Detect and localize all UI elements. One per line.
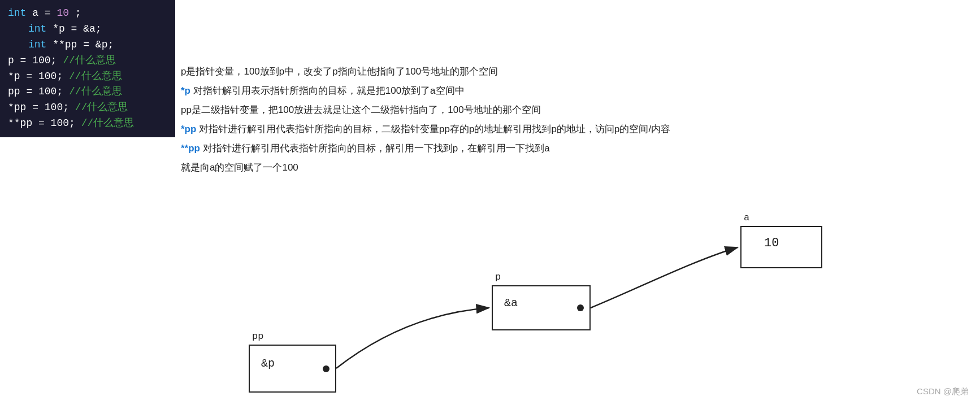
var-a: a = bbox=[32, 7, 57, 19]
explain-4: *pp 对指针进行解引用代表指针所指向的目标，二级指针变量pp存的p的地址解引用… bbox=[181, 120, 961, 139]
var-pp: **pp = &p; bbox=[53, 39, 114, 50]
code-line-2: int *p = &a; bbox=[8, 21, 167, 37]
explain-5: **pp 对指针进行解引用代表指针所指向的目标，解引用一下找到p，在解引用一下找… bbox=[181, 139, 961, 158]
comment-6: //什么意思 bbox=[69, 86, 122, 97]
pp-arrow-dot bbox=[323, 365, 329, 372]
content-pp: &p bbox=[255, 354, 280, 373]
code-line-8: **pp = 100; //什么意思 bbox=[8, 116, 167, 132]
num-10: 10 bbox=[57, 7, 69, 19]
keyword-int-3: int bbox=[28, 39, 46, 50]
explain-3: pp是二级指针变量，把100放进去就是让这个二级指针指向了，100号地址的那个空… bbox=[181, 101, 961, 120]
box-p: p &a bbox=[492, 285, 591, 330]
content-p: &a bbox=[498, 293, 523, 313]
arrow-p-a bbox=[591, 247, 738, 308]
label-pp: pp bbox=[252, 331, 263, 342]
code-line-6: pp = 100; //什么意思 bbox=[8, 84, 167, 100]
label-a: a bbox=[744, 212, 749, 223]
arrow-pp-p bbox=[336, 308, 489, 368]
code-line-3: int **pp = &p; bbox=[8, 37, 167, 53]
comment-5: //什么意思 bbox=[69, 71, 122, 82]
code-line-7: *pp = 100; //什么意思 bbox=[8, 100, 167, 116]
code-block: int a = 10 ; int *p = &a; int **pp = &p;… bbox=[0, 0, 175, 137]
diagram-area: a 10 p &a pp &p bbox=[0, 209, 980, 405]
explain-2: *p 对指针解引用表示指针所指向的目标，就是把100放到了a空间中 bbox=[181, 81, 961, 101]
p-arrow-dot bbox=[577, 304, 584, 311]
watermark: CSDN @爬弟 bbox=[917, 386, 969, 397]
content-a: 10 bbox=[758, 233, 784, 254]
comment-7: //什么意思 bbox=[75, 102, 128, 113]
box-pp: pp &p bbox=[249, 345, 336, 393]
keyword-int-2: int bbox=[28, 23, 46, 34]
comment-8: //什么意思 bbox=[81, 117, 135, 129]
explanation-area: p是指针变量，100放到p中，改变了p指向让他指向了100号地址的那个空间 *p… bbox=[181, 62, 961, 177]
label-p: p bbox=[495, 272, 501, 282]
keyword-int-1: int bbox=[8, 7, 26, 19]
explain-6: 就是向a的空间赋了一个100 bbox=[181, 158, 961, 177]
comment-4: //什么意思 bbox=[63, 55, 116, 66]
diagram-svg bbox=[0, 209, 980, 405]
code-line-5: *p = 100; //什么意思 bbox=[8, 69, 167, 85]
code-line-1: int a = 10 ; bbox=[8, 6, 167, 21]
explain-1: p是指针变量，100放到p中，改变了p指向让他指向了100号地址的那个空间 bbox=[181, 62, 961, 81]
box-a: a 10 bbox=[740, 226, 822, 268]
var-p: *p = &a; bbox=[53, 23, 101, 34]
code-line-4: p = 100; //什么意思 bbox=[8, 53, 167, 69]
